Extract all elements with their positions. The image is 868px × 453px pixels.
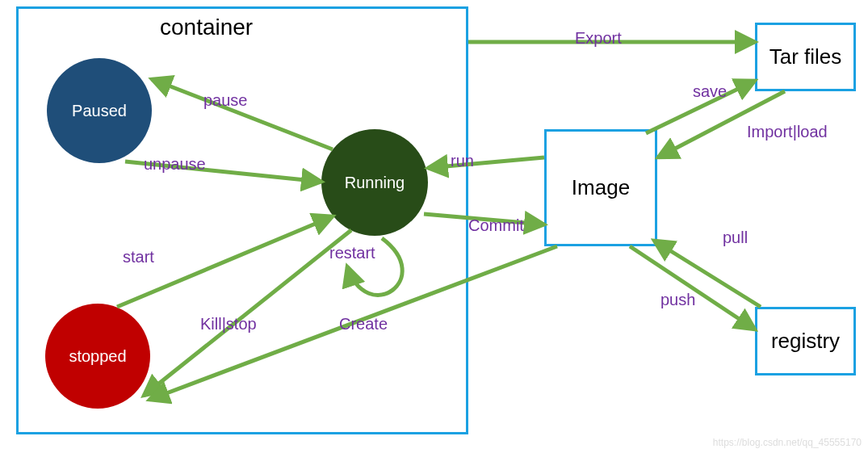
label-start: start bbox=[123, 248, 154, 266]
box-registry-label: registry bbox=[771, 329, 840, 354]
watermark: https://blog.csdn.net/qq_45555170 bbox=[713, 437, 862, 448]
label-pull: pull bbox=[723, 229, 748, 247]
container-title: container bbox=[160, 15, 253, 40]
label-restart: restart bbox=[329, 244, 375, 262]
state-paused-label: Paused bbox=[72, 102, 127, 120]
label-export: Export bbox=[575, 29, 622, 48]
label-push: push bbox=[660, 291, 695, 309]
state-paused: Paused bbox=[47, 58, 152, 163]
label-unpause: unpause bbox=[144, 155, 206, 174]
state-running: Running bbox=[321, 129, 428, 236]
state-stopped-label: stopped bbox=[69, 347, 126, 366]
box-tarfiles: Tar files bbox=[755, 23, 856, 91]
label-run: run bbox=[451, 152, 474, 170]
edge-push-arrow bbox=[630, 246, 755, 329]
state-stopped: stopped bbox=[45, 304, 150, 409]
label-import-load: Import|load bbox=[747, 123, 828, 141]
label-commit: Commit bbox=[468, 216, 524, 235]
box-tarfiles-label: Tar files bbox=[769, 44, 842, 69]
label-pause: pause bbox=[203, 91, 248, 110]
label-kill-stop: Kill|stop bbox=[200, 315, 257, 333]
box-image-label: Image bbox=[572, 175, 630, 200]
state-running-label: Running bbox=[345, 174, 405, 192]
box-image: Image bbox=[544, 129, 657, 246]
label-save: save bbox=[693, 82, 727, 101]
box-registry: registry bbox=[755, 307, 856, 375]
label-create: Create bbox=[339, 315, 388, 333]
